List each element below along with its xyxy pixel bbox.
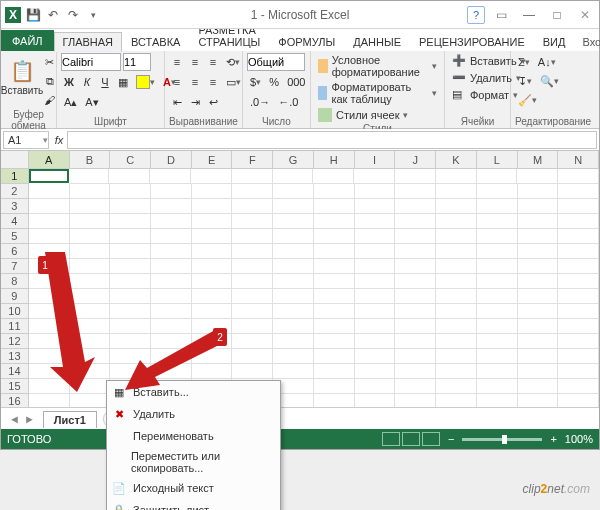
- cell[interactable]: [192, 334, 233, 349]
- col-header[interactable]: I: [355, 151, 396, 168]
- border-icon[interactable]: ▦: [115, 73, 131, 91]
- cell[interactable]: [314, 229, 355, 244]
- cell[interactable]: [477, 319, 518, 334]
- cell[interactable]: [518, 349, 559, 364]
- cell[interactable]: [355, 229, 396, 244]
- tab-data[interactable]: ДАННЫЕ: [344, 32, 410, 51]
- tab-formulas[interactable]: ФОРМУЛЫ: [269, 32, 344, 51]
- col-header[interactable]: L: [477, 151, 518, 168]
- cell[interactable]: [70, 244, 111, 259]
- insert-function-icon[interactable]: fx: [51, 131, 67, 149]
- cell[interactable]: [436, 304, 477, 319]
- increase-decimal-icon[interactable]: .0→: [247, 93, 273, 111]
- ctx-move-copy[interactable]: Переместить или скопировать...: [107, 447, 280, 477]
- cell[interactable]: [314, 274, 355, 289]
- cell[interactable]: [395, 244, 436, 259]
- cell[interactable]: [395, 379, 436, 394]
- row-header[interactable]: 13: [1, 349, 29, 364]
- clear-icon[interactable]: 🧹: [515, 91, 540, 109]
- row-header[interactable]: 1: [1, 169, 29, 184]
- cell[interactable]: [192, 364, 233, 379]
- cell[interactable]: [558, 349, 599, 364]
- percent-icon[interactable]: %: [266, 73, 282, 91]
- undo-icon[interactable]: ↶: [45, 7, 61, 23]
- redo-icon[interactable]: ↷: [65, 7, 81, 23]
- cell[interactable]: [355, 274, 396, 289]
- cell[interactable]: [558, 304, 599, 319]
- ctx-view-code[interactable]: 📄Исходный текст: [107, 477, 280, 499]
- cell[interactable]: [558, 244, 599, 259]
- cell[interactable]: [151, 364, 192, 379]
- cell[interactable]: [110, 259, 151, 274]
- cell[interactable]: [151, 349, 192, 364]
- cell[interactable]: [232, 304, 273, 319]
- cell[interactable]: [314, 304, 355, 319]
- cell[interactable]: [192, 244, 233, 259]
- cell[interactable]: [232, 274, 273, 289]
- cell[interactable]: [518, 229, 559, 244]
- cell[interactable]: [477, 364, 518, 379]
- cell[interactable]: [273, 184, 314, 199]
- cell[interactable]: [273, 319, 314, 334]
- cell[interactable]: [29, 319, 70, 334]
- cell[interactable]: [518, 304, 559, 319]
- row-header[interactable]: 5: [1, 229, 29, 244]
- cell[interactable]: [436, 289, 477, 304]
- increase-font-icon[interactable]: A▴: [61, 93, 80, 111]
- cell[interactable]: [395, 214, 436, 229]
- cell[interactable]: [558, 379, 599, 394]
- comma-icon[interactable]: 000: [284, 73, 308, 91]
- cell[interactable]: [355, 304, 396, 319]
- cell[interactable]: [192, 304, 233, 319]
- cell[interactable]: [69, 169, 110, 184]
- cell[interactable]: [436, 334, 477, 349]
- cell[interactable]: [477, 229, 518, 244]
- cell[interactable]: [436, 214, 477, 229]
- cell[interactable]: [313, 169, 354, 184]
- save-icon[interactable]: 💾: [25, 7, 41, 23]
- sign-in-link[interactable]: Вход: [574, 33, 600, 51]
- cell[interactable]: [70, 379, 111, 394]
- number-format-combo[interactable]: [247, 53, 305, 71]
- cell[interactable]: [232, 199, 273, 214]
- tab-view[interactable]: ВИД: [534, 32, 575, 51]
- col-header[interactable]: D: [151, 151, 192, 168]
- cell[interactable]: [232, 349, 273, 364]
- format-as-table-button[interactable]: Форматировать как таблицу: [315, 80, 440, 106]
- cell[interactable]: [273, 274, 314, 289]
- cell[interactable]: [273, 289, 314, 304]
- cell[interactable]: [110, 184, 151, 199]
- cell[interactable]: [518, 199, 559, 214]
- cell[interactable]: [110, 349, 151, 364]
- col-header[interactable]: E: [192, 151, 233, 168]
- cell[interactable]: [232, 259, 273, 274]
- cell[interactable]: [232, 229, 273, 244]
- cell[interactable]: [70, 349, 111, 364]
- view-page-layout-icon[interactable]: [402, 432, 420, 446]
- align-top-icon[interactable]: ≡: [169, 53, 185, 71]
- cell[interactable]: [29, 214, 70, 229]
- cell[interactable]: [395, 229, 436, 244]
- cell[interactable]: [232, 244, 273, 259]
- cell[interactable]: [314, 184, 355, 199]
- cell[interactable]: [151, 184, 192, 199]
- cell[interactable]: [29, 364, 70, 379]
- cell[interactable]: [558, 229, 599, 244]
- row-header[interactable]: 11: [1, 319, 29, 334]
- cell[interactable]: [70, 304, 111, 319]
- cell[interactable]: [518, 259, 559, 274]
- align-center-icon[interactable]: ≡: [187, 73, 203, 91]
- cell[interactable]: [395, 169, 436, 184]
- cell[interactable]: [29, 394, 70, 407]
- accounting-format-icon[interactable]: $: [247, 73, 264, 91]
- decrease-font-icon[interactable]: A▾: [82, 93, 101, 111]
- cell[interactable]: [314, 394, 355, 407]
- cell[interactable]: [191, 169, 232, 184]
- cell[interactable]: [518, 289, 559, 304]
- cell[interactable]: [355, 244, 396, 259]
- cell[interactable]: [314, 259, 355, 274]
- cell[interactable]: [232, 364, 273, 379]
- help-icon[interactable]: ?: [467, 6, 485, 24]
- cell[interactable]: [151, 289, 192, 304]
- sheet-tab[interactable]: Лист1: [43, 411, 97, 428]
